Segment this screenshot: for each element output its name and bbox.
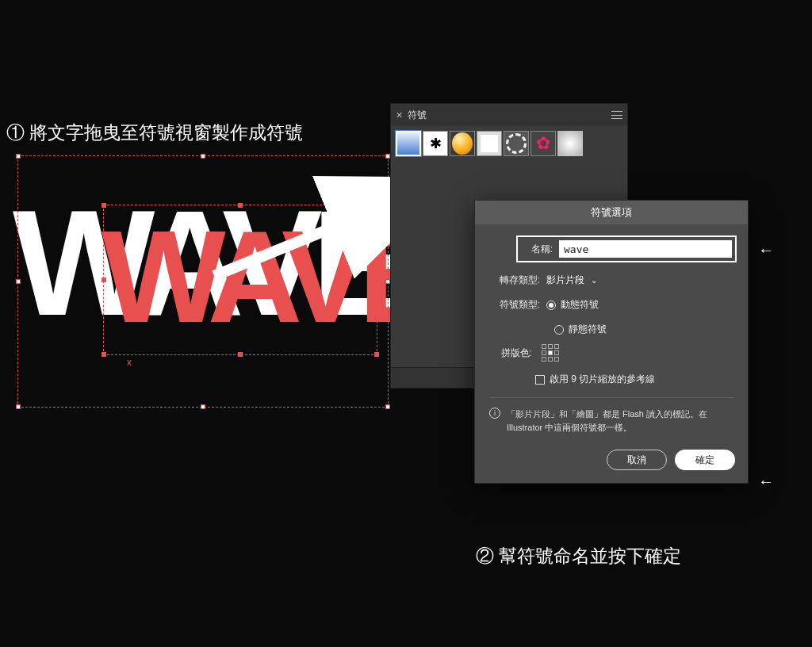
inner-handle[interactable] xyxy=(374,278,379,282)
panel-header[interactable]: ✕ 符號 xyxy=(391,104,627,126)
inner-handle[interactable] xyxy=(238,352,243,357)
inner-selection-box[interactable] xyxy=(103,205,377,355)
registration-grid[interactable] xyxy=(542,344,559,362)
panel-menu-icon[interactable] xyxy=(611,111,622,119)
inner-handle[interactable] xyxy=(102,203,106,208)
symbol-swatch-sphere[interactable] xyxy=(450,131,475,156)
inner-handle[interactable] xyxy=(102,352,106,357)
symbol-type-label: 符號類型: xyxy=(489,298,540,312)
inner-handle[interactable] xyxy=(102,278,106,282)
handle-top-left[interactable] xyxy=(16,154,21,159)
handle-bottom-mid[interactable] xyxy=(201,404,205,409)
enable-9slice-label: 啟用 9 切片縮放的參考線 xyxy=(550,373,655,386)
radio-static[interactable] xyxy=(554,325,564,335)
registration-label: 拼版色: xyxy=(489,346,532,360)
handle-mid-left[interactable] xyxy=(16,279,21,284)
arrow-left-icon: ← xyxy=(758,241,774,259)
chevron-down-icon[interactable]: ⌄ xyxy=(591,276,597,285)
handle-bottom-right[interactable] xyxy=(385,404,390,409)
ok-button[interactable]: 確定 xyxy=(675,450,735,470)
instruction-step-1: ① 將文字拖曳至符號視窗製作成符號 xyxy=(6,121,303,145)
symbol-swatch-ring[interactable] xyxy=(504,131,529,156)
radio-static-label: 靜態符號 xyxy=(569,323,607,336)
symbol-swatch-glow[interactable] xyxy=(557,131,583,156)
name-row-highlight: 名稱: xyxy=(516,235,737,262)
symbol-swatch-gradient[interactable] xyxy=(396,131,421,156)
handle-bottom-left[interactable] xyxy=(16,404,21,409)
name-label: 名稱: xyxy=(521,243,553,256)
radio-dynamic[interactable] xyxy=(546,301,556,310)
symbol-swatch-flower[interactable]: ✿ xyxy=(530,131,556,156)
info-icon: i xyxy=(489,408,500,419)
export-type-dropdown[interactable]: 影片片段 xyxy=(546,274,584,287)
enable-9slice-checkbox[interactable] xyxy=(535,375,545,385)
inner-handle[interactable] xyxy=(238,203,243,208)
close-icon[interactable]: ✕ xyxy=(396,110,403,121)
symbol-options-dialog[interactable]: 符號選項 名稱: 轉存類型: 影片片段 ⌄ 符號類型: 動態符號 靜態符號 拼版… xyxy=(474,200,749,484)
handle-top-mid[interactable] xyxy=(201,154,205,159)
dialog-title: 符號選項 xyxy=(475,201,748,224)
symbol-swatch-ink[interactable]: ✱ xyxy=(423,131,448,156)
instruction-step-2: ② 幫符號命名並按下確定 xyxy=(476,544,681,569)
radio-dynamic-label: 動態符號 xyxy=(561,298,599,312)
symbol-swatch-frame[interactable] xyxy=(477,131,502,156)
panel-title: 符號 xyxy=(408,109,427,122)
anchor-x-mark: x xyxy=(127,357,132,368)
inner-handle[interactable] xyxy=(374,352,379,357)
name-input[interactable] xyxy=(559,240,732,258)
inner-handle[interactable] xyxy=(374,203,379,208)
cancel-button[interactable]: 取消 xyxy=(607,450,667,470)
symbol-swatch-row: ✱ ✿ xyxy=(391,126,627,161)
info-text: 「影片片段」和「繪圖」都是 Flash 讀入的標記。在 Illustrator … xyxy=(507,408,733,434)
export-type-label: 轉存類型: xyxy=(489,274,540,287)
arrow-left-icon: ← xyxy=(758,473,774,491)
